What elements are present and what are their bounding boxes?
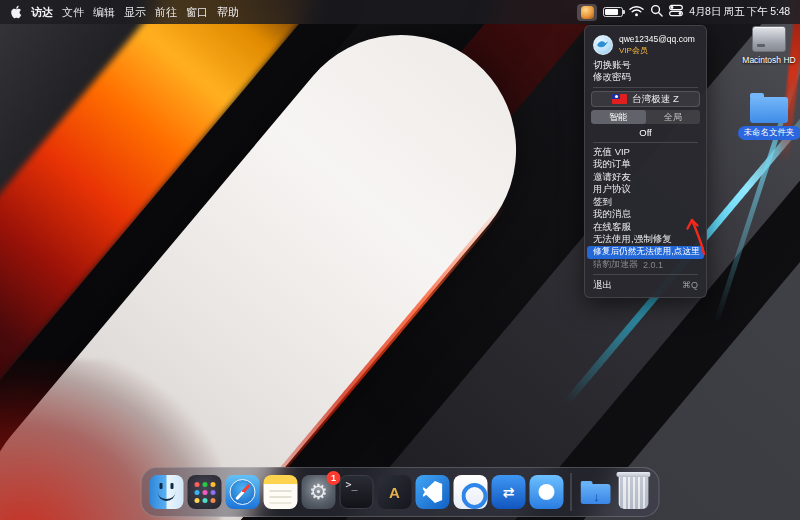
quit-shortcut: ⌘Q [682,280,698,290]
dock-item-terminal[interactable]: >_ [340,475,374,509]
dock-item-light-app[interactable] [454,475,488,509]
dock-item-downloads[interactable]: ↓ [579,475,613,509]
desktop-icon-untitled-folder[interactable]: 未命名文件夹 [740,92,798,140]
server-selector[interactable]: 台湾极速 Z [591,91,700,107]
wifi-icon[interactable] [629,3,644,21]
menu-item-online-support[interactable]: 在线客服 [585,221,706,234]
menu-edit[interactable]: 编辑 [93,5,115,20]
search-icon[interactable] [650,3,663,21]
leopard-app-icon [581,6,594,19]
menu-item-invite-friends[interactable]: 邀请好友 [585,171,706,184]
apple-menu-icon[interactable] [10,5,22,19]
dock-item-finder[interactable] [150,475,184,509]
server-name: 台湾极速 Z [632,93,678,106]
account-row[interactable]: qwe12345@qq.com VIP会员 [585,31,706,59]
accelerator-menu-panel: qwe12345@qq.com VIP会员 切换账号 修改密码 台湾极速 Z 智… [584,25,707,298]
menu-item-switch-account[interactable]: 切换账号 [585,59,706,72]
dock-item-remote-app[interactable]: ⇄ [492,475,526,509]
folder-icon [750,97,788,123]
folder-label: 未命名文件夹 [738,126,800,140]
disk-label: Macintosh HD [742,55,795,65]
menu-file[interactable]: 文件 [62,5,84,20]
menu-item-change-password[interactable]: 修改密码 [585,72,706,85]
dock-item-settings[interactable]: ⚙ 1 [302,475,336,509]
mode-global[interactable]: 全局 [646,110,701,124]
desktop-icon-macintosh-hd[interactable]: Macintosh HD [740,26,798,65]
menu-item-force-repair[interactable]: 无法使用,强制修复 [585,234,706,247]
separator [593,274,698,275]
menu-help[interactable]: 帮助 [217,5,239,20]
menu-go[interactable]: 前往 [155,5,177,20]
download-arrow-icon: ↓ [581,483,613,509]
menu-item-repair-still-broken[interactable]: 修复后仍然无法使用,点这里 [587,246,704,259]
mode-smart[interactable]: 智能 [591,110,646,124]
dock-item-notes[interactable] [264,475,298,509]
menu-view[interactable]: 显示 [124,5,146,20]
menu-item-my-orders[interactable]: 我的订单 [585,159,706,172]
dock-item-trash[interactable] [619,475,649,509]
app-version: 猎豹加速器 2.0.1 [585,259,706,272]
dock: ⚙ 1 >_ A ⇄ ↓ [141,467,660,517]
mode-segmented-control: 智能 全局 [591,110,700,124]
hard-drive-icon [752,26,786,52]
accelerator-menubar-icon[interactable] [577,4,597,21]
menu-item-quit[interactable]: 退出 ⌘Q [585,278,706,292]
connection-toggle[interactable]: Off [585,126,706,139]
account-email: qwe12345@qq.com [619,34,695,44]
control-center-icon[interactable] [669,3,683,21]
menu-item-check-in[interactable]: 签到 [585,196,706,209]
dock-item-launchpad[interactable] [188,475,222,509]
menu-item-recharge-vip[interactable]: 充值 VIP [585,146,706,159]
avatar [593,35,613,55]
menu-item-my-messages[interactable]: 我的消息 [585,209,706,222]
menu-bar: 访达 文件 编辑 显示 前往 窗口 帮助 4月8日 周五 下午 5:48 [0,0,800,24]
menubar-datetime[interactable]: 4月8日 周五 下午 5:48 [689,5,790,19]
menu-window[interactable]: 窗口 [186,5,208,20]
separator [593,142,698,143]
taiwan-flag-icon [612,94,627,104]
menu-item-user-agreement[interactable]: 用户协议 [585,184,706,197]
dock-item-safari[interactable] [226,475,260,509]
desktop: 访达 文件 编辑 显示 前往 窗口 帮助 4月8日 周五 下午 5:48 Mac… [0,0,800,520]
arrows-icon: ⇄ [492,475,526,509]
terminal-prompt-icon: >_ [346,479,358,490]
notification-badge: 1 [327,471,341,485]
separator [593,87,698,88]
dock-item-blue-app[interactable] [530,475,564,509]
dock-separator [571,473,572,511]
dock-item-vscode[interactable] [416,475,450,509]
battery-icon[interactable] [603,7,623,17]
dark-app-glyph: A [378,475,412,509]
app-menu-finder[interactable]: 访达 [31,5,53,20]
dock-item-dark-app[interactable]: A [378,475,412,509]
vip-badge: VIP会员 [619,45,695,56]
